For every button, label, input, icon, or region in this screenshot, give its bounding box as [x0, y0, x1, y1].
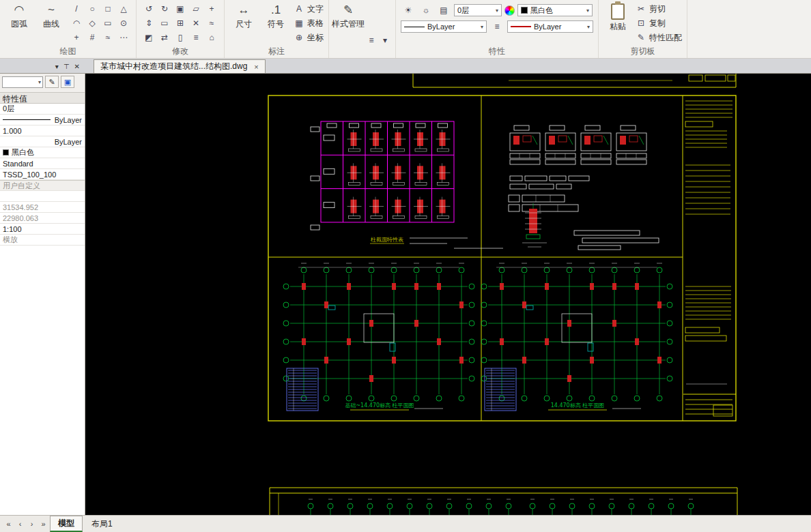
tool-icon[interactable]: ◩ — [141, 31, 156, 44]
property-row[interactable]: 黑白色 — [0, 147, 85, 158]
property-row[interactable]: 横放 — [0, 235, 85, 246]
property-row[interactable]: 1:100 — [0, 224, 85, 235]
property-row[interactable] — [0, 191, 85, 202]
tool-icon[interactable]: + — [204, 2, 219, 16]
coordinate-button[interactable]: ⊕ 坐标 — [294, 31, 324, 44]
tool-icon[interactable]: ≈ — [204, 16, 219, 30]
lineweight-select[interactable]: ByLayer ▾ — [507, 20, 593, 33]
layer-value: 0层 — [457, 5, 469, 16]
document-tab-bar: ▾ ⊤ ✕ 某市城中村改造项目建筑结...结构图.dwg × — [0, 59, 811, 74]
tool-icon[interactable]: ○ — [85, 2, 100, 16]
layer-select[interactable]: 0层 ▾ — [454, 4, 502, 16]
layer-thaw-icon[interactable]: ☼ — [418, 3, 433, 17]
prev-tab-icon[interactable]: ‹ — [15, 520, 25, 528]
close-icon[interactable]: ✕ — [74, 63, 80, 70]
edit-button[interactable]: ✎ — [45, 76, 59, 88]
copy-button[interactable]: ⊡ 复制 — [636, 16, 682, 30]
arc-button[interactable]: ◠ 圆弧 — [5, 2, 33, 47]
style-manager-label: 样式管理 — [332, 18, 365, 30]
chevron-down-icon[interactable]: ▾ — [55, 63, 59, 70]
tool-icon[interactable]: □ — [100, 2, 115, 16]
tool-icon[interactable]: ◇ — [85, 16, 100, 30]
last-tab-icon[interactable]: » — [38, 520, 48, 528]
dimension-button[interactable]: ↔ 尺寸 — [229, 2, 258, 47]
style-manager-button[interactable]: ✎ 样式管理 — [334, 2, 362, 47]
property-row[interactable]: 22980.063 — [0, 213, 85, 224]
tool-icon[interactable]: ▣ — [173, 2, 188, 16]
property-row[interactable]: TSSD_100_100 — [0, 169, 85, 180]
tool-icon[interactable]: / — [69, 2, 84, 16]
clipboard-group-label: 剪切板 — [599, 46, 687, 57]
chevron-down-icon: ▾ — [380, 35, 390, 45]
text-button[interactable]: A 文字 — [294, 2, 324, 16]
chevron-down-icon: ▾ — [587, 24, 590, 30]
lineweight-sample — [511, 26, 531, 27]
tab-close-icon[interactable]: × — [254, 63, 258, 71]
tab-model[interactable]: 模型 — [50, 516, 83, 532]
tool-icon[interactable]: ◠ — [69, 16, 84, 30]
tool-icon[interactable]: ▭ — [100, 16, 115, 30]
tool-icon[interactable]: ≡ — [188, 31, 203, 44]
property-row[interactable]: 31534.952 — [0, 202, 85, 213]
color-wheel-icon[interactable] — [504, 5, 515, 16]
properties-sidebar: ▾ ✎ ▣ 特性值 0层ByLayer1.000ByLayer黑白色Standa… — [0, 74, 85, 515]
text-icon: A — [294, 4, 304, 14]
property-row[interactable]: 用户自定义 — [0, 180, 85, 191]
layer-plot-icon[interactable]: ▤ — [436, 3, 451, 17]
select-objects-button[interactable]: ▣ — [61, 76, 74, 88]
annotate-group-label: 标注 — [225, 46, 328, 57]
tab-layout1[interactable]: 布局1 — [84, 517, 120, 531]
tool-icon[interactable]: ✕ — [188, 16, 203, 30]
property-row[interactable]: 1.000 — [0, 125, 85, 136]
property-row[interactable]: 0层 — [0, 104, 85, 115]
match-properties-icon: ✎ — [636, 33, 646, 42]
paste-label: 粘贴 — [610, 21, 626, 33]
layer-on-icon[interactable]: ☀ — [401, 3, 416, 17]
tool-icon[interactable]: # — [85, 31, 100, 44]
property-filter-combo[interactable]: ▾ — [2, 76, 43, 88]
paste-button[interactable]: 粘贴 — [603, 2, 632, 47]
symbol-button[interactable]: .1 符号 — [261, 2, 290, 47]
ribbon-group-style: ✎ 样式管理 ≡ ▾ — [329, 0, 396, 58]
tool-icon[interactable]: ⋯ — [116, 31, 131, 44]
tool-icon[interactable]: ⇕ — [141, 16, 156, 30]
tool-icon[interactable]: ≈ — [100, 31, 115, 44]
tool-icon[interactable]: ↻ — [157, 2, 172, 16]
tool-icon[interactable]: ⇄ — [157, 31, 172, 44]
pin-icon[interactable]: ⊤ — [63, 63, 70, 70]
modify-group-label: 修改 — [137, 46, 224, 57]
tool-icon[interactable]: ▯ — [173, 31, 188, 44]
first-tab-icon[interactable]: « — [3, 520, 14, 528]
document-tab[interactable]: 某市城中村改造项目建筑结...结构图.dwg × — [94, 59, 266, 73]
tool-icon[interactable]: ⊙ — [116, 16, 131, 30]
tool-icon[interactable]: ↺ — [141, 2, 156, 16]
sidebar-toolbar: ▾ ✎ ▣ — [0, 74, 85, 92]
match-properties-button[interactable]: ✎ 特性匹配 — [636, 31, 682, 44]
color-select[interactable]: 黑白色 ▾ — [517, 4, 593, 16]
tool-icon[interactable]: △ — [116, 2, 131, 16]
tool-icon[interactable]: ▭ — [157, 16, 172, 30]
curve-button[interactable]: ~ 曲线 — [37, 2, 66, 47]
table-button[interactable]: ▦ 表格 — [294, 16, 324, 30]
document-tab-title: 某市城中村改造项目建筑结...结构图.dwg — [100, 61, 247, 72]
tool-icon[interactable]: ⌂ — [204, 31, 219, 44]
tool-icon[interactable]: ⊞ — [173, 16, 188, 30]
ribbon-group-annotate: ↔ 尺寸 .1 符号 A 文字 ▦ 表格 ⊕ 坐标 — [225, 0, 329, 58]
next-tab-icon[interactable]: › — [27, 520, 37, 528]
color-swatch — [521, 7, 528, 14]
table-label: 表格 — [307, 18, 324, 29]
property-row[interactable]: ByLayer — [0, 115, 85, 125]
tool-icon[interactable]: + — [69, 31, 84, 44]
style-menu-button[interactable]: ≡ ▾ — [366, 33, 390, 47]
cad-drawing: 柱截面特性表基础~14.470标高 柱平面图14.470标高 柱平面图 — [85, 74, 811, 515]
copy-icon: ⊡ — [636, 18, 646, 28]
linetype-select[interactable]: ByLayer ▾ — [401, 20, 487, 33]
panel-controls: ▾ ⊤ ✕ — [0, 63, 85, 73]
lineweight-list-icon[interactable]: ≡ — [489, 20, 504, 33]
tool-icon[interactable]: ▱ — [188, 2, 203, 16]
cut-button[interactable]: ✂ 剪切 — [636, 2, 682, 16]
property-row[interactable]: Standard — [0, 158, 85, 169]
property-row[interactable]: ByLayer — [0, 136, 85, 147]
drawing-canvas[interactable]: 柱截面特性表基础~14.470标高 柱平面图14.470标高 柱平面图 — [85, 74, 811, 515]
cad-application: ◠ 圆弧 ~ 曲线 /○□△◠◇▭⊙+#≈⋯ 绘图 ↺↻▣▱+⇕▭⊞✕≈◩⇄▯≡… — [0, 0, 811, 532]
